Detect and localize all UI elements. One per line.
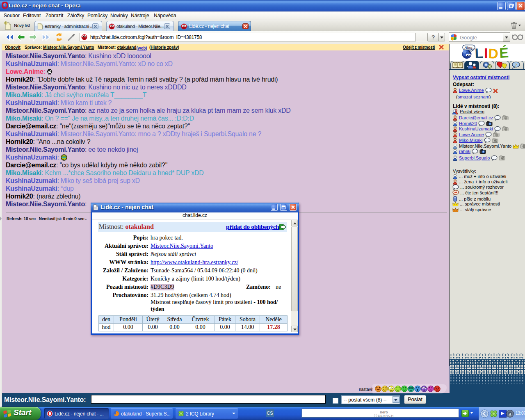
svg-text:...: ...: [472, 46, 474, 49]
svg-text:L: L: [475, 45, 484, 61]
svg-text:I: I: [484, 45, 488, 61]
svg-text:D: D: [488, 46, 499, 61]
svg-text:a: a: [509, 411, 511, 417]
svg-text:Ahoj: Ahoj: [464, 46, 473, 50]
svg-text:?: ?: [515, 62, 517, 67]
svg-text:É: É: [499, 45, 509, 61]
